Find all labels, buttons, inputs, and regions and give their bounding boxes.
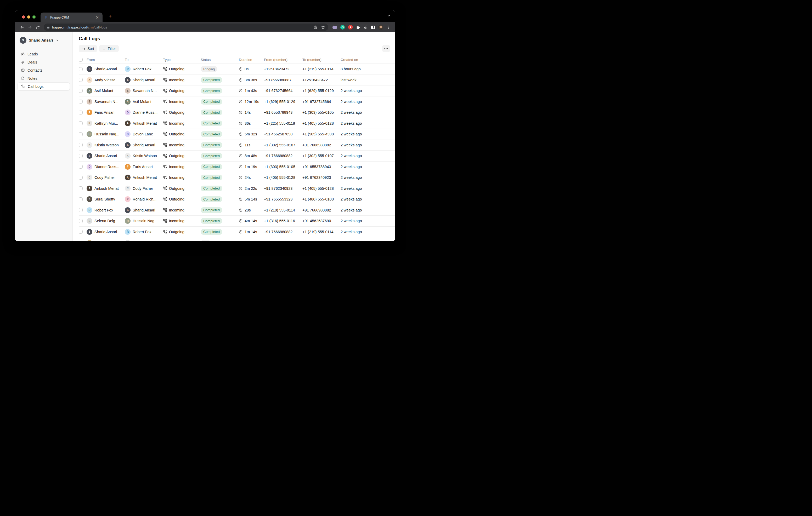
table-row[interactable]: RRobert FoxSShariq AnsariIncomingComplet… xyxy=(79,205,395,216)
table-row[interactable]: DDianne Russ...FFaris AnsariIncomingComp… xyxy=(79,161,395,173)
close-window-button[interactable] xyxy=(22,16,25,19)
sidebar-item-contacts[interactable]: Contacts xyxy=(18,66,70,74)
browser-tab[interactable]: F Frappe CRM ✕ xyxy=(40,12,103,22)
minimize-window-button[interactable] xyxy=(27,16,30,19)
to-number: +91 8762340923 xyxy=(302,175,331,180)
status-badge: Completed xyxy=(201,164,222,170)
sidebar: S Shariq Ansari Leads xyxy=(15,32,73,241)
row-checkbox[interactable] xyxy=(79,176,83,180)
row-checkbox[interactable] xyxy=(79,198,83,201)
call-type: Incoming xyxy=(169,78,184,82)
row-checkbox[interactable] xyxy=(79,121,83,125)
from-avatar: C xyxy=(87,175,92,180)
table-row[interactable]: SSuraj ShettyRRonald Rich...OutgoingComp… xyxy=(79,194,395,205)
row-checkbox[interactable] xyxy=(79,99,83,103)
from-number: +1 (303) 555-0105 xyxy=(264,165,295,169)
row-checkbox[interactable] xyxy=(79,230,83,234)
duration: 12m 19s xyxy=(244,99,259,104)
table-row[interactable]: AAsif MulaniSSavannah N...OutgoingComple… xyxy=(79,86,395,96)
status-badge: Completed xyxy=(201,110,222,115)
row-checkbox[interactable] xyxy=(79,219,83,223)
table-row[interactable]: HHussain Nag...DDevon LaneOutgoingComple… xyxy=(79,129,395,140)
table-row[interactable]: SShariq AnsariRRobert FoxOutgoingRinging… xyxy=(79,64,395,75)
new-tab-button[interactable]: + xyxy=(107,13,113,19)
octocat-extension-icon[interactable] xyxy=(332,25,337,29)
duration: 28s xyxy=(244,208,251,212)
call-type: Incoming xyxy=(169,175,184,180)
tab-close-icon[interactable]: ✕ xyxy=(94,15,100,20)
more-options-button[interactable] xyxy=(382,45,390,52)
row-checkbox[interactable] xyxy=(79,89,83,93)
tab-search-chevron-icon[interactable] xyxy=(387,14,390,18)
from-avatar: R xyxy=(87,207,92,213)
table-row-partial[interactable] xyxy=(79,237,395,241)
leaf-extension-icon[interactable] xyxy=(364,25,368,29)
table-row[interactable]: AAnkush MenatCCody FisherOutgoingComplet… xyxy=(79,183,395,194)
reload-icon[interactable] xyxy=(34,24,41,31)
sidebar-item-call-logs[interactable]: Call Logs xyxy=(18,82,70,90)
table-row[interactable]: SShariq AnsariRRobert FoxOutgoingComplet… xyxy=(79,226,395,238)
sidebar-item-deals[interactable]: Deals xyxy=(18,58,70,66)
filter-button[interactable]: Filter xyxy=(99,45,119,52)
table-row[interactable]: AAndy ViessaSShariq AnsariIncomingComple… xyxy=(79,75,395,86)
sort-button[interactable]: Sort xyxy=(79,45,97,52)
sidebar-item-leads[interactable]: Leads xyxy=(18,50,70,58)
forward-icon[interactable] xyxy=(26,24,33,31)
row-checkbox[interactable] xyxy=(79,143,83,147)
share-icon[interactable] xyxy=(313,25,317,29)
sidebar-item-label: Notes xyxy=(27,76,37,81)
sidebar-item-label: Contacts xyxy=(27,68,42,72)
from-name: Shariq Ansari xyxy=(94,230,117,234)
clock-icon xyxy=(239,111,242,114)
row-checkbox[interactable] xyxy=(79,78,83,82)
to-avatar: S xyxy=(125,142,130,148)
row-checkbox[interactable] xyxy=(79,186,83,190)
profile-avatar[interactable] xyxy=(378,25,383,30)
row-checkbox[interactable] xyxy=(79,67,83,71)
outgoing-call-icon xyxy=(163,132,167,136)
row-checkbox[interactable] xyxy=(79,165,83,169)
user-menu[interactable]: S Shariq Ansari xyxy=(18,36,70,45)
created-on: last week xyxy=(341,78,356,82)
window-controls[interactable] xyxy=(22,16,36,19)
column-header-from: From xyxy=(87,58,125,62)
row-checkbox[interactable] xyxy=(79,208,83,212)
outgoing-call-icon xyxy=(163,198,167,201)
status-badge: Completed xyxy=(201,153,222,159)
back-icon[interactable] xyxy=(19,24,25,31)
duration: 1m 14s xyxy=(244,230,257,234)
extensions-puzzle-icon[interactable] xyxy=(356,25,360,29)
to-name: Ankush Menat xyxy=(133,121,157,125)
to-number: +1 (480) 555-0103 xyxy=(302,197,334,201)
call-type: Incoming xyxy=(169,121,184,125)
from-number: +1 (405) 555-0128 xyxy=(264,175,295,180)
address-bar[interactable]: frappecrm.frappe.cloud/crm/call-logs xyxy=(44,24,328,31)
menu-dots-icon[interactable] xyxy=(387,25,390,29)
grammarly-extension-icon[interactable]: G xyxy=(340,25,345,30)
table-row[interactable]: FFaris AnsariDDianne Russ...OutgoingComp… xyxy=(79,107,395,118)
bookmark-star-icon[interactable] xyxy=(321,25,325,29)
incoming-call-icon xyxy=(163,78,167,82)
sidebar-item-notes[interactable]: Notes xyxy=(18,74,70,82)
select-all-checkbox[interactable] xyxy=(79,58,83,62)
table-row[interactable]: SSavannah N...AAsif MulaniIncomingComple… xyxy=(79,96,395,108)
table-row[interactable]: SSelena Delg...HHussain Nag...IncomingCo… xyxy=(79,216,395,226)
column-header-to: To xyxy=(125,58,163,62)
created-on: 2 weeks ago xyxy=(341,143,362,147)
table-row[interactable]: KKristin WatsonSShariq AnsariIncomingCom… xyxy=(79,140,395,151)
to-name: Devon Lane xyxy=(133,132,153,136)
to-avatar: H xyxy=(125,218,130,224)
row-checkbox[interactable] xyxy=(79,132,83,136)
row-checkbox[interactable] xyxy=(79,241,83,241)
call-type: Outgoing xyxy=(169,67,184,71)
outgoing-call-icon xyxy=(163,89,167,93)
column-header-from-number: From (number) xyxy=(264,58,302,62)
table-row[interactable]: SShariq AnsariKKristin WatsonOutgoingCom… xyxy=(79,151,395,161)
adblock-extension-icon[interactable] xyxy=(348,25,353,30)
table-row[interactable]: KKathryn Mur...AAnkush MenatIncomingComp… xyxy=(79,118,395,129)
row-checkbox[interactable] xyxy=(79,111,83,115)
zoom-window-button[interactable] xyxy=(32,16,36,19)
row-checkbox[interactable] xyxy=(79,154,83,158)
side-panel-icon[interactable] xyxy=(371,26,375,29)
table-row[interactable]: CCody FisherAAnkush MenatIncomingComplet… xyxy=(79,172,395,183)
